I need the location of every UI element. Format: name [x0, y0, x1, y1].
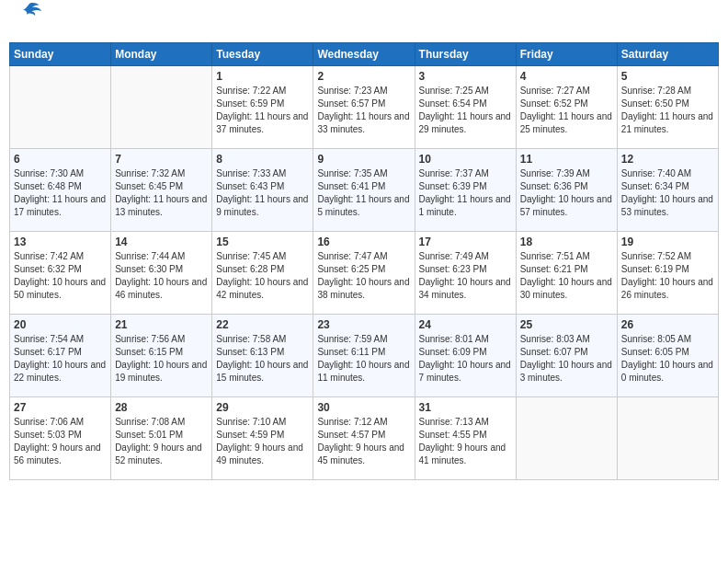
- calendar-cell: 3Sunrise: 7:25 AM Sunset: 6:54 PM Daylig…: [415, 65, 516, 148]
- calendar-cell: 11Sunrise: 7:39 AM Sunset: 6:36 PM Dayli…: [516, 148, 617, 231]
- day-info: Sunrise: 7:59 AM Sunset: 6:11 PM Dayligh…: [317, 333, 410, 385]
- calendar-week-row: 6Sunrise: 7:30 AM Sunset: 6:48 PM Daylig…: [10, 148, 719, 231]
- day-number: 1: [216, 70, 309, 83]
- calendar-cell: [111, 65, 212, 148]
- day-info: Sunrise: 7:44 AM Sunset: 6:30 PM Dayligh…: [115, 250, 208, 302]
- weekday-header: Monday: [111, 42, 212, 65]
- day-number: 2: [317, 70, 410, 83]
- calendar-cell: 7Sunrise: 7:32 AM Sunset: 6:45 PM Daylig…: [111, 148, 212, 231]
- day-info: Sunrise: 8:01 AM Sunset: 6:09 PM Dayligh…: [419, 333, 512, 385]
- calendar-cell: 29Sunrise: 7:10 AM Sunset: 4:59 PM Dayli…: [212, 396, 313, 479]
- calendar-cell: 22Sunrise: 7:58 AM Sunset: 6:13 PM Dayli…: [212, 314, 313, 396]
- calendar-week-row: 27Sunrise: 7:06 AM Sunset: 5:03 PM Dayli…: [10, 396, 719, 479]
- day-info: Sunrise: 7:22 AM Sunset: 6:59 PM Dayligh…: [216, 85, 309, 136]
- day-number: 12: [621, 153, 714, 166]
- day-info: Sunrise: 7:49 AM Sunset: 6:23 PM Dayligh…: [419, 250, 512, 302]
- calendar-cell: 20Sunrise: 7:54 AM Sunset: 6:17 PM Dayli…: [10, 314, 111, 396]
- calendar-cell: [10, 65, 111, 148]
- calendar-cell: 17Sunrise: 7:49 AM Sunset: 6:23 PM Dayli…: [415, 231, 516, 314]
- day-number: 4: [520, 70, 613, 83]
- calendar-cell: 25Sunrise: 8:03 AM Sunset: 6:07 PM Dayli…: [516, 314, 617, 396]
- calendar-cell: 24Sunrise: 8:01 AM Sunset: 6:09 PM Dayli…: [415, 314, 516, 396]
- day-number: 14: [115, 236, 208, 248]
- day-info: Sunrise: 7:58 AM Sunset: 6:13 PM Dayligh…: [216, 333, 309, 385]
- day-number: 25: [520, 318, 613, 331]
- day-number: 26: [621, 318, 714, 331]
- day-number: 22: [216, 318, 309, 331]
- calendar-cell: 21Sunrise: 7:56 AM Sunset: 6:15 PM Dayli…: [111, 314, 212, 396]
- weekday-header: Tuesday: [212, 42, 313, 65]
- day-info: Sunrise: 7:51 AM Sunset: 6:21 PM Dayligh…: [520, 250, 613, 302]
- calendar-cell: 4Sunrise: 7:27 AM Sunset: 6:52 PM Daylig…: [516, 65, 617, 148]
- calendar-cell: 23Sunrise: 7:59 AM Sunset: 6:11 PM Dayli…: [313, 314, 415, 396]
- day-number: 13: [14, 236, 107, 248]
- day-number: 7: [115, 153, 208, 166]
- calendar-cell: 26Sunrise: 8:05 AM Sunset: 6:05 PM Dayli…: [617, 314, 718, 396]
- day-number: 9: [317, 153, 410, 166]
- calendar-cell: 6Sunrise: 7:30 AM Sunset: 6:48 PM Daylig…: [10, 148, 111, 231]
- weekday-header: Saturday: [617, 42, 718, 65]
- day-info: Sunrise: 7:40 AM Sunset: 6:34 PM Dayligh…: [621, 167, 714, 219]
- day-number: 17: [419, 236, 512, 248]
- day-info: Sunrise: 7:39 AM Sunset: 6:36 PM Dayligh…: [520, 167, 613, 219]
- day-number: 10: [419, 153, 512, 166]
- calendar-cell: 9Sunrise: 7:35 AM Sunset: 6:41 PM Daylig…: [313, 148, 415, 231]
- day-info: Sunrise: 7:23 AM Sunset: 6:57 PM Dayligh…: [317, 85, 410, 136]
- calendar-week-row: 20Sunrise: 7:54 AM Sunset: 6:17 PM Dayli…: [10, 314, 719, 396]
- day-info: Sunrise: 7:25 AM Sunset: 6:54 PM Dayligh…: [419, 85, 512, 136]
- day-info: Sunrise: 7:08 AM Sunset: 5:01 PM Dayligh…: [115, 416, 208, 467]
- logo-bird-icon: [17, 2, 41, 26]
- calendar-week-row: 13Sunrise: 7:42 AM Sunset: 6:32 PM Dayli…: [10, 231, 719, 314]
- calendar-week-row: 1Sunrise: 7:22 AM Sunset: 6:59 PM Daylig…: [10, 65, 719, 148]
- day-number: 23: [317, 318, 410, 331]
- day-info: Sunrise: 7:52 AM Sunset: 6:19 PM Dayligh…: [621, 250, 714, 302]
- calendar-cell: 27Sunrise: 7:06 AM Sunset: 5:03 PM Dayli…: [10, 396, 111, 479]
- day-info: Sunrise: 8:03 AM Sunset: 6:07 PM Dayligh…: [520, 333, 613, 385]
- calendar-cell: 31Sunrise: 7:13 AM Sunset: 4:55 PM Dayli…: [415, 396, 516, 479]
- day-number: 28: [115, 401, 208, 414]
- day-number: 29: [216, 401, 309, 414]
- day-number: 18: [520, 236, 613, 248]
- day-info: Sunrise: 7:45 AM Sunset: 6:28 PM Dayligh…: [216, 250, 309, 302]
- day-info: Sunrise: 7:10 AM Sunset: 4:59 PM Dayligh…: [216, 416, 309, 467]
- day-number: 3: [419, 70, 512, 83]
- day-number: 24: [419, 318, 512, 331]
- day-number: 27: [14, 401, 107, 414]
- day-info: Sunrise: 7:27 AM Sunset: 6:52 PM Dayligh…: [520, 85, 613, 136]
- day-number: 15: [216, 236, 309, 248]
- logo: [15, 13, 41, 31]
- day-info: Sunrise: 7:33 AM Sunset: 6:43 PM Dayligh…: [216, 167, 309, 219]
- weekday-header: Wednesday: [313, 42, 415, 65]
- calendar-cell: [617, 396, 718, 479]
- day-info: Sunrise: 7:13 AM Sunset: 4:55 PM Dayligh…: [419, 416, 512, 467]
- day-number: 8: [216, 153, 309, 166]
- calendar-cell: [516, 396, 617, 479]
- day-info: Sunrise: 8:05 AM Sunset: 6:05 PM Dayligh…: [621, 333, 714, 385]
- day-number: 31: [419, 401, 512, 414]
- calendar-cell: 30Sunrise: 7:12 AM Sunset: 4:57 PM Dayli…: [313, 396, 415, 479]
- calendar-cell: 13Sunrise: 7:42 AM Sunset: 6:32 PM Dayli…: [10, 231, 111, 314]
- day-info: Sunrise: 7:30 AM Sunset: 6:48 PM Dayligh…: [14, 167, 107, 219]
- day-info: Sunrise: 7:28 AM Sunset: 6:50 PM Dayligh…: [621, 85, 714, 136]
- day-info: Sunrise: 7:47 AM Sunset: 6:25 PM Dayligh…: [317, 250, 410, 302]
- day-info: Sunrise: 7:56 AM Sunset: 6:15 PM Dayligh…: [115, 333, 208, 385]
- day-info: Sunrise: 7:35 AM Sunset: 6:41 PM Dayligh…: [317, 167, 410, 219]
- calendar-table: SundayMondayTuesdayWednesdayThursdayFrid…: [9, 42, 719, 480]
- calendar-cell: 2Sunrise: 7:23 AM Sunset: 6:57 PM Daylig…: [313, 65, 415, 148]
- calendar-cell: 16Sunrise: 7:47 AM Sunset: 6:25 PM Dayli…: [313, 231, 415, 314]
- calendar-cell: 14Sunrise: 7:44 AM Sunset: 6:30 PM Dayli…: [111, 231, 212, 314]
- day-number: 6: [14, 153, 107, 166]
- page-header: [9, 9, 719, 35]
- day-info: Sunrise: 7:37 AM Sunset: 6:39 PM Dayligh…: [419, 167, 512, 219]
- day-info: Sunrise: 7:32 AM Sunset: 6:45 PM Dayligh…: [115, 167, 208, 219]
- day-info: Sunrise: 7:06 AM Sunset: 5:03 PM Dayligh…: [14, 416, 107, 467]
- calendar-cell: 28Sunrise: 7:08 AM Sunset: 5:01 PM Dayli…: [111, 396, 212, 479]
- calendar-cell: 18Sunrise: 7:51 AM Sunset: 6:21 PM Dayli…: [516, 231, 617, 314]
- day-info: Sunrise: 7:42 AM Sunset: 6:32 PM Dayligh…: [14, 250, 107, 302]
- calendar-cell: 1Sunrise: 7:22 AM Sunset: 6:59 PM Daylig…: [212, 65, 313, 148]
- day-number: 19: [621, 236, 714, 248]
- calendar-cell: 15Sunrise: 7:45 AM Sunset: 6:28 PM Dayli…: [212, 231, 313, 314]
- day-number: 16: [317, 236, 410, 248]
- day-info: Sunrise: 7:54 AM Sunset: 6:17 PM Dayligh…: [14, 333, 107, 385]
- weekday-header: Friday: [516, 42, 617, 65]
